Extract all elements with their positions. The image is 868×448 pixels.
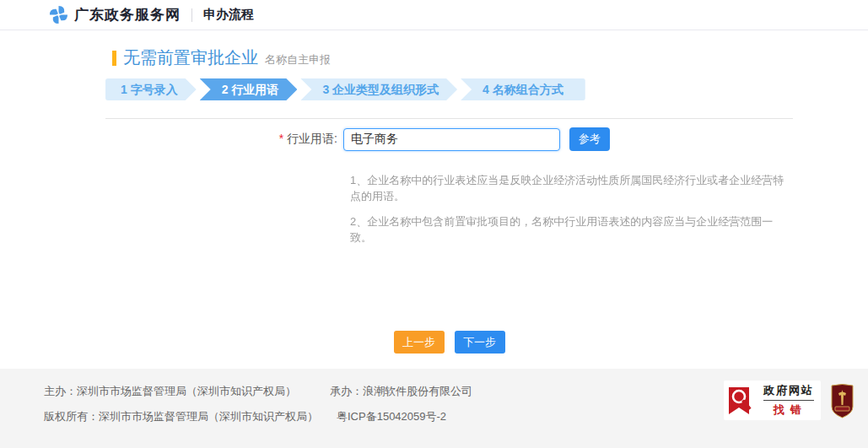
industry-term-label-text: 行业用语: (287, 132, 337, 145)
top-header: 广东政务服务网 申办流程 (0, 0, 868, 30)
find-error-badge-text: 政府网站 找错 (763, 383, 814, 418)
tip-line-2: 2、企业名称中包含前置审批项目的，名称中行业用语表述的内容应当与企业经营范围一致… (350, 213, 790, 246)
previous-step-button[interactable]: 上一步 (394, 331, 445, 354)
header-divider (191, 8, 192, 22)
required-asterisk: * (279, 132, 283, 145)
industry-term-input[interactable] (343, 128, 560, 151)
main-content: 无需前置审批企业 名称自主申报 1 字号录入 2 行业用语 3 企业类型及组织形… (105, 30, 793, 369)
host-value: 深圳市市场监督管理局（深圳市知识产权局） (77, 385, 296, 397)
footer-badges: 政府网站 找错 (724, 381, 854, 420)
find-error-badge-top-text: 政府网站 (763, 383, 814, 401)
step-tab-3-enterprise-type[interactable]: 3 企业类型及组织形式 (300, 78, 457, 100)
gov-site-find-error-badge[interactable]: 政府网站 找错 (724, 381, 821, 420)
copyright-value: 深圳市市场监督管理局（深圳市知识产权局） (99, 410, 318, 423)
nav-item-apply-flow[interactable]: 申办流程 (203, 7, 254, 23)
site-title: 广东政务服务网 (74, 5, 181, 24)
find-error-badge-bottom-text: 找错 (763, 401, 814, 418)
section-divider (105, 118, 793, 119)
wizard-action-buttons: 上一步 下一步 (105, 331, 793, 354)
undertake-value: 浪潮软件股份有限公司 (363, 385, 472, 397)
step-tabs: 1 字号录入 2 行业用语 3 企业类型及组织形式 4 名称组合方式 (105, 78, 793, 100)
field-help-tips: 1、企业名称中的行业表述应当是反映企业经济活动性质所属国民经济行业或者企业经营特… (350, 172, 790, 246)
page-title: 无需前置审批企业 (123, 46, 258, 69)
next-step-button[interactable]: 下一步 (455, 331, 505, 354)
pinwheel-logo-icon (49, 5, 68, 24)
step-tab-2-industry-term[interactable]: 2 行业用语 (200, 78, 298, 100)
step-tab-1-font-entry[interactable]: 1 字号录入 (105, 78, 197, 100)
industry-term-label: *行业用语: (164, 132, 337, 147)
icp-number[interactable]: 粤ICP备15042059号-2 (337, 410, 446, 423)
copyright-label: 版权所有： (44, 410, 99, 423)
reference-button[interactable]: 参考 (569, 127, 610, 151)
host-label: 主办： (44, 385, 77, 397)
undertake-label: 承办： (330, 385, 363, 397)
page-subtitle: 名称自主申报 (265, 52, 331, 67)
step-tab-4-name-combination[interactable]: 4 名称组合方式 (461, 78, 585, 100)
industry-term-form-row: *行业用语: 参考 (164, 127, 793, 152)
security-shield-badge-icon[interactable] (831, 383, 854, 418)
title-accent-bar (112, 51, 116, 66)
find-error-magnifier-icon (727, 384, 759, 418)
page-title-row: 无需前置审批企业 名称自主申报 (112, 46, 793, 69)
page-footer: 主办：深圳市市场监督管理局（深圳市知识产权局）承办：浪潮软件股份有限公司 版权所… (0, 369, 868, 448)
tip-line-1: 1、企业名称中的行业表述应当是反映企业经济活动性质所属国民经济行业或者企业经营特… (350, 172, 790, 204)
